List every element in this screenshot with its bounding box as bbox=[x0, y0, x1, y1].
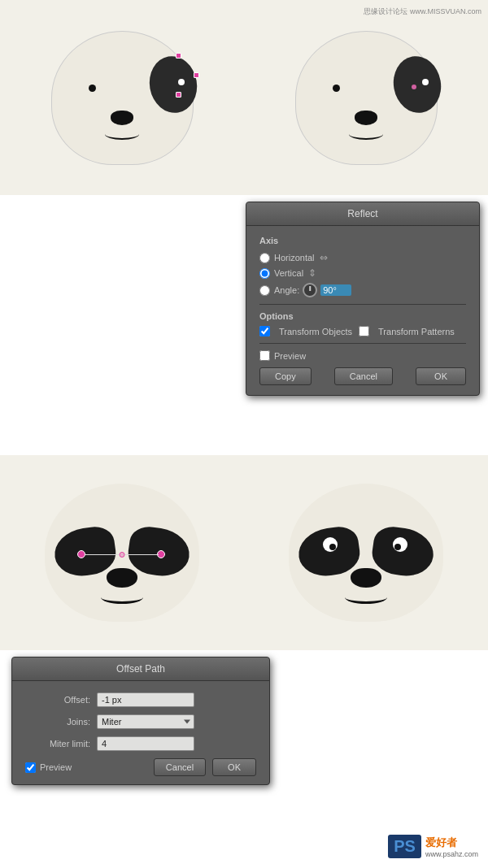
offset-row: Offset: bbox=[25, 692, 256, 707]
dog-smile-left bbox=[105, 128, 139, 140]
dog-nose-right bbox=[355, 111, 377, 125]
dog-head-right bbox=[295, 31, 438, 165]
preview-label: Preview bbox=[274, 351, 306, 361]
dialog-divider-2 bbox=[259, 343, 466, 344]
preview-check-row: Preview bbox=[25, 762, 72, 773]
transform-patterns-label: Transform Patterns bbox=[378, 327, 455, 336]
panda-head-right bbox=[289, 484, 443, 622]
dog-smile-right bbox=[349, 128, 383, 140]
ps-brand-text: 爱好者 www.psahz.com bbox=[425, 835, 478, 858]
left-face-panel bbox=[0, 0, 244, 195]
offset-dialog-titlebar: Offset Path bbox=[12, 658, 269, 681]
watermark-top: 思缘设计论坛 www.MISSVUAN.com bbox=[364, 7, 481, 17]
offset-buttons: Cancel OK bbox=[154, 758, 256, 776]
preview-row: Preview bbox=[259, 350, 466, 361]
ok-button-offset[interactable]: OK bbox=[212, 758, 256, 776]
vertical-radio[interactable] bbox=[259, 268, 270, 279]
joins-label: Joins: bbox=[25, 717, 90, 727]
miter-label: Miter limit: bbox=[25, 739, 90, 749]
joins-row: Joins: Miter Round Bevel bbox=[25, 714, 256, 729]
dog-nose-left bbox=[111, 111, 133, 125]
panda-head-left bbox=[45, 484, 199, 622]
panda-smile-left bbox=[101, 591, 143, 604]
selection-handle-2 bbox=[194, 72, 199, 78]
preview-checkbox-reflect[interactable] bbox=[259, 350, 270, 361]
joins-select-wrapper: Miter Round Bevel bbox=[97, 714, 194, 729]
left-panda-panel bbox=[0, 455, 244, 650]
ps-brand-name: 爱好者 bbox=[425, 835, 478, 850]
ps-logo-area: PS 爱好者 www.psahz.com bbox=[388, 835, 478, 858]
eye-white-left bbox=[178, 79, 185, 85]
ps-url: www.psahz.com bbox=[425, 850, 478, 858]
angle-row: Angle: bbox=[259, 283, 466, 297]
reflect-dialog-title: Reflect bbox=[347, 208, 377, 219]
preview-checkbox-offset[interactable] bbox=[25, 762, 36, 773]
angle-dial bbox=[303, 283, 317, 297]
options-label: Options bbox=[259, 311, 466, 321]
panda-pupil-left bbox=[329, 544, 336, 550]
selection-handle-1 bbox=[176, 53, 181, 59]
selection-handle-3 bbox=[176, 92, 181, 98]
cancel-button-reflect[interactable]: Cancel bbox=[334, 367, 393, 385]
offset-input[interactable] bbox=[97, 692, 194, 707]
reflect-dialog-buttons: Copy Cancel OK bbox=[259, 367, 466, 385]
eye-white-right bbox=[422, 79, 429, 85]
miter-row: Miter limit: bbox=[25, 736, 256, 751]
reflect-dialog: Reflect Axis Horizontal ⇔ Vertical ⇕ Ang… bbox=[246, 202, 480, 396]
ok-button-reflect[interactable]: OK bbox=[416, 367, 466, 385]
panda-nose-right bbox=[351, 568, 381, 588]
offset-preview-label: Preview bbox=[40, 762, 72, 772]
right-panda-panel bbox=[244, 455, 488, 650]
top-section bbox=[0, 0, 488, 195]
dialog-divider-1 bbox=[259, 304, 466, 305]
miter-input[interactable] bbox=[97, 736, 194, 751]
horizontal-label: Horizontal bbox=[274, 253, 315, 263]
gap-1 bbox=[0, 195, 244, 228]
transform-center bbox=[120, 552, 125, 558]
right-face-panel bbox=[244, 0, 488, 195]
axis-section-label: Axis bbox=[259, 236, 466, 245]
transform-handle-left bbox=[77, 550, 85, 558]
vertical-icon: ⇕ bbox=[308, 267, 316, 279]
offset-path-dialog: Offset Path Offset: Joins: Miter Round B… bbox=[11, 657, 270, 785]
bottom-section bbox=[0, 455, 488, 650]
ps-box: PS bbox=[388, 835, 421, 858]
angle-radio[interactable] bbox=[259, 285, 270, 296]
panda-nose-left bbox=[107, 568, 137, 588]
dog-ear-right bbox=[389, 52, 445, 116]
panda-pupil-right bbox=[394, 544, 401, 550]
cancel-button-offset[interactable]: Cancel bbox=[154, 758, 206, 776]
horizontal-radio[interactable] bbox=[259, 253, 270, 263]
options-checkboxes: Transform Objects Transform Patterns bbox=[259, 326, 466, 336]
vertical-label: Vertical bbox=[274, 268, 303, 278]
panda-smile-right bbox=[345, 591, 387, 604]
vertical-radio-row: Vertical ⇕ bbox=[259, 267, 466, 279]
copy-button[interactable]: Copy bbox=[259, 367, 312, 385]
offset-label: Offset: bbox=[25, 695, 90, 705]
offset-dialog-title: Offset Path bbox=[116, 663, 165, 675]
reflect-dialog-body: Axis Horizontal ⇔ Vertical ⇕ Angle: Opti… bbox=[246, 226, 479, 395]
transform-patterns-checkbox[interactable] bbox=[359, 326, 369, 336]
center-dot bbox=[412, 85, 416, 89]
reflect-dialog-titlebar: Reflect bbox=[246, 202, 479, 226]
dog-head-left bbox=[51, 31, 194, 165]
offset-dialog-body: Offset: Joins: Miter Round Bevel Miter l… bbox=[12, 681, 269, 784]
transform-objects-checkbox[interactable] bbox=[259, 326, 270, 336]
joins-select[interactable]: Miter Round Bevel bbox=[97, 714, 194, 729]
panda-patch-right-r bbox=[369, 524, 436, 579]
angle-input[interactable] bbox=[320, 284, 351, 296]
angle-label: Angle: bbox=[274, 285, 299, 295]
horizontal-radio-row: Horizontal ⇔ bbox=[259, 252, 466, 263]
dog-eye-patch-left bbox=[145, 52, 201, 116]
dog-eye-dot bbox=[89, 85, 96, 92]
dog-eye-dot-r bbox=[333, 85, 340, 92]
horizontal-icon: ⇔ bbox=[320, 252, 328, 263]
offset-bottom-row: Preview Cancel OK bbox=[25, 758, 256, 776]
transform-objects-label: Transform Objects bbox=[279, 327, 352, 336]
